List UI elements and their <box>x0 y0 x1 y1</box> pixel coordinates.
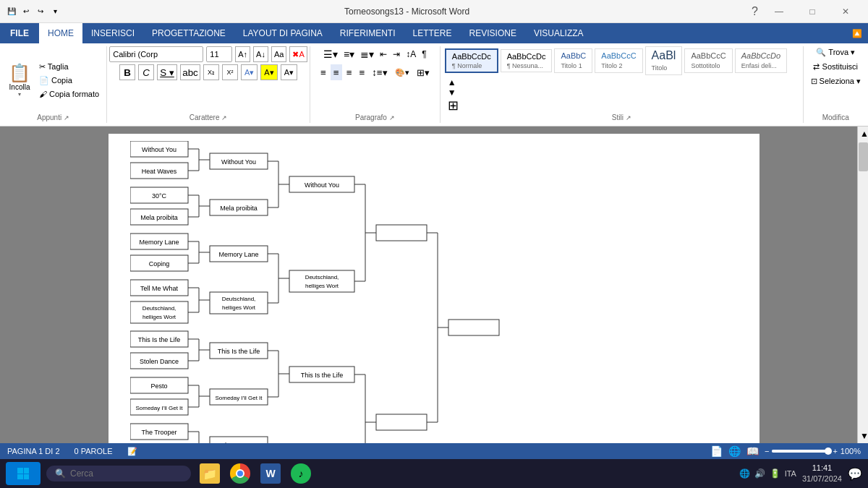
zoom-in-button[interactable]: + <box>833 447 837 455</box>
sort-button[interactable]: ↕A <box>404 46 418 62</box>
replace-button[interactable]: ⇄ Sostituisci <box>810 61 861 73</box>
svg-text:Pesto: Pesto <box>150 382 167 390</box>
volume-icon[interactable]: 🔊 <box>754 468 765 479</box>
change-case-button[interactable]: Aa <box>271 46 286 62</box>
svg-rect-117 <box>376 414 427 430</box>
tab-revisione[interactable]: REVISIONE <box>461 23 525 43</box>
scroll-thumb[interactable] <box>859 142 868 171</box>
style-subtitle[interactable]: AaBbCcC Sottotitolo <box>684 48 732 73</box>
superscript-button[interactable]: X² <box>222 64 238 80</box>
view-read-icon[interactable]: 📖 <box>746 445 759 457</box>
line-spacing-button[interactable]: ↕≡▾ <box>369 64 390 80</box>
redo-icon[interactable]: ↪ <box>35 6 46 17</box>
taskbar-file-explorer[interactable]: 📁 <box>197 462 223 485</box>
track-changes-icon[interactable]: 📝 <box>127 447 137 456</box>
tab-visualizza[interactable]: VISUALIZZA <box>525 23 592 43</box>
tab-progettazione[interactable]: PROGETTAZIONE <box>143 23 234 43</box>
align-left-button[interactable]: ≡ <box>318 64 329 80</box>
font-size-input[interactable] <box>206 46 232 62</box>
align-center-button[interactable]: ≡ <box>331 64 342 80</box>
svg-text:Memory Lane: Memory Lane <box>218 251 258 258</box>
save-icon[interactable]: 💾 <box>6 6 17 17</box>
notification-icon[interactable]: 💬 <box>848 467 862 481</box>
ribbon-group-font: A↑ A↓ Aa ✖A B C S ▾ abc X₂ X² A▾ A▾ A▾ C <box>107 46 310 123</box>
close-button[interactable]: ✕ <box>829 0 862 23</box>
battery-icon[interactable]: 🔋 <box>770 468 780 479</box>
style-title2[interactable]: AaBbCcC Titolo 2 <box>595 48 642 73</box>
decrease-indent-button[interactable]: ⇤ <box>378 46 389 62</box>
bullets-button[interactable]: ☰▾ <box>321 46 340 62</box>
subscript-button[interactable]: X₂ <box>203 64 219 80</box>
find-button[interactable]: 🔍 Trova ▾ <box>813 46 858 59</box>
text-effects-button[interactable]: A▾ <box>281 64 297 80</box>
borders-button[interactable]: ⊞▾ <box>414 64 433 80</box>
cut-button[interactable]: ✂ Taglia <box>36 61 102 73</box>
bold-button[interactable]: B <box>119 64 135 80</box>
view-print-icon[interactable]: 📄 <box>710 445 723 457</box>
start-button[interactable] <box>6 462 41 485</box>
style-title1[interactable]: AaBbC Titolo 1 <box>554 48 592 73</box>
search-icon: 🔍 <box>55 468 66 479</box>
multilevel-button[interactable]: ≣▾ <box>358 46 376 62</box>
style-normal[interactable]: AaBbCcDc ¶ Normale <box>445 48 498 73</box>
svg-text:helliges Wort: helliges Wort <box>142 314 176 320</box>
zoom-out-button[interactable]: − <box>765 447 769 455</box>
tab-home[interactable]: HOME <box>39 23 82 43</box>
help-icon[interactable]: ? <box>747 2 762 21</box>
ribbon-collapse-icon[interactable]: 🔼 <box>852 29 862 38</box>
format-painter-button[interactable]: 🖌 Copia formato <box>36 88 102 100</box>
zoom-thumb[interactable] <box>825 448 832 455</box>
zoom-slider[interactable] <box>772 450 830 453</box>
tab-inserisci[interactable]: INSERISCI <box>82 23 143 43</box>
maximize-button[interactable]: □ <box>796 0 829 23</box>
search-input[interactable] <box>70 468 179 479</box>
minimize-button[interactable]: — <box>762 0 796 23</box>
font-label: Carattere ↗ <box>190 114 227 123</box>
style-emphasis[interactable]: AaBbCcDo Enfasi deli... <box>735 48 787 73</box>
scroll-up-button[interactable]: ▲ <box>858 127 868 141</box>
taskbar-clock[interactable]: 11:41 31/07/2024 <box>802 463 842 485</box>
view-web-icon[interactable]: 🌐 <box>728 445 741 457</box>
ribbon-group-editing: 🔍 Trova ▾ ⇄ Sostituisci ⊡ Seleziona ▾ Mo… <box>804 46 868 123</box>
undo-icon[interactable]: ↩ <box>20 6 32 17</box>
justify-button[interactable]: ≡ <box>356 64 367 80</box>
font-color-button[interactable]: A▾ <box>241 64 258 80</box>
scroll-down-button[interactable]: ▼ <box>858 429 868 443</box>
numbering-button[interactable]: ≡▾ <box>341 46 357 62</box>
italic-button[interactable]: C <box>138 64 154 80</box>
select-button[interactable]: ⊡ Seleziona ▾ <box>808 75 864 87</box>
vertical-scrollbar[interactable]: ▲ ▼ <box>857 127 868 443</box>
font-size-decrease[interactable]: A↓ <box>253 46 268 62</box>
style-title[interactable]: AaBl Titolo <box>645 46 683 75</box>
customize-icon[interactable]: ▾ <box>49 6 61 17</box>
align-right-button[interactable]: ≡ <box>344 64 355 80</box>
styles-scroll[interactable]: ▲ ▼ ⊞ <box>445 77 461 114</box>
tab-lettere[interactable]: LETTERE <box>404 23 461 43</box>
titlebar-app-icons: 💾 ↩ ↪ ▾ <box>6 6 61 17</box>
tab-file[interactable]: FILE <box>0 23 39 43</box>
increase-indent-button[interactable]: ⇥ <box>391 46 402 62</box>
style-no-spacing[interactable]: AaBbCcDc ¶ Nessuna... <box>501 49 553 72</box>
taskbar-word[interactable]: W <box>258 462 284 485</box>
shading-button[interactable]: 🎨▾ <box>392 64 412 80</box>
taskbar-search[interactable]: 🔍 <box>46 466 191 481</box>
taskbar-chrome[interactable] <box>227 462 253 485</box>
taskbar: 🔍 📁 W ♪ 🌐 🔊 🔋 ITA 11:41 31/07/2024 💬 <box>0 459 868 488</box>
copy-button[interactable]: 📄 Copia <box>36 74 102 87</box>
svg-text:Coping: Coping <box>149 260 170 267</box>
tab-riferimenti[interactable]: RIFERIMENTI <box>331 23 404 43</box>
paste-button[interactable]: 📋 Incolla ▾ <box>4 61 35 100</box>
highlight-button[interactable]: A▾ <box>260 64 277 80</box>
strikethrough-button[interactable]: abc <box>180 64 200 80</box>
font-row2: B C S ▾ abc X₂ X² A▾ A▾ A▾ <box>119 64 297 80</box>
font-size-increase[interactable]: A↑ <box>235 46 250 62</box>
underline-button[interactable]: S ▾ <box>157 64 177 80</box>
clear-format-button[interactable]: ✖A <box>289 46 307 62</box>
font-family-input[interactable] <box>109 46 203 62</box>
window-title: Torneosongs13 - Microsoft Word <box>67 7 747 17</box>
network-icon[interactable]: 🌐 <box>739 468 750 479</box>
show-formatting-button[interactable]: ¶ <box>420 46 428 62</box>
zoom-percentage: 100% <box>841 447 861 455</box>
taskbar-spotify[interactable]: ♪ <box>288 462 314 485</box>
tab-layout[interactable]: LAYOUT DI PAGINA <box>234 23 331 43</box>
